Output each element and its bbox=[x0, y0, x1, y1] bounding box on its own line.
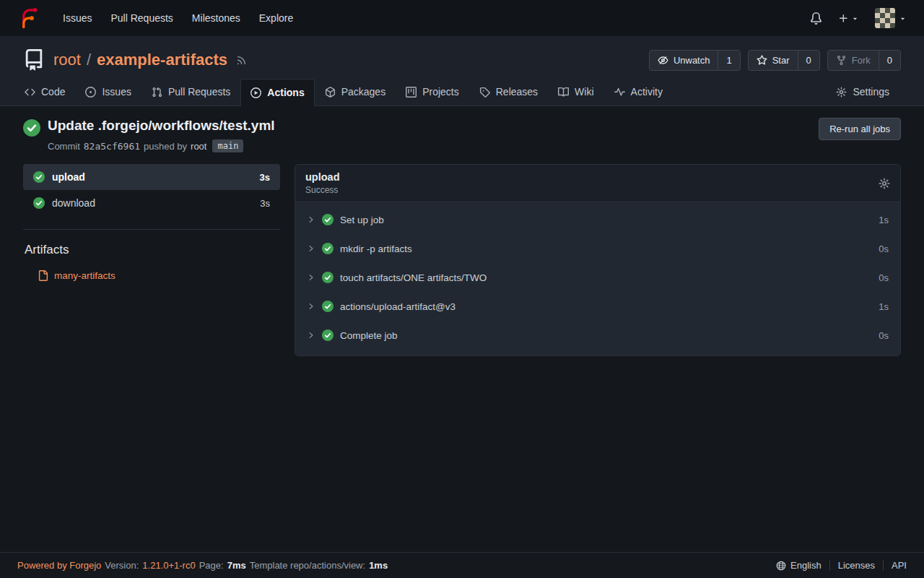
step-row[interactable]: Set up job 1s bbox=[295, 205, 900, 234]
issue-icon bbox=[85, 87, 96, 98]
tag-icon bbox=[479, 87, 490, 98]
tab-actions[interactable]: Actions bbox=[240, 79, 314, 106]
repo-icon bbox=[23, 49, 45, 71]
tab-wiki[interactable]: Wiki bbox=[548, 78, 603, 105]
fork-button[interactable]: Fork bbox=[828, 51, 879, 70]
caret-down-icon bbox=[851, 14, 859, 22]
footer-right: English Licenses API bbox=[768, 560, 907, 571]
branch-badge[interactable]: main bbox=[212, 139, 243, 152]
job-duration: 3s bbox=[260, 172, 270, 183]
user-menu-button[interactable] bbox=[875, 8, 907, 28]
actions-run-view: Update .forgejo/workflows/test.yml Commi… bbox=[0, 106, 924, 552]
repo-name-link[interactable]: example-artifacts bbox=[97, 51, 227, 69]
tab-packages[interactable]: Packages bbox=[315, 78, 396, 105]
job-duration: 3s bbox=[260, 198, 270, 209]
job-options-button[interactable] bbox=[879, 178, 890, 189]
chevron-right-icon bbox=[307, 244, 315, 253]
star-button[interactable]: Star bbox=[749, 51, 798, 70]
commit-sha-link[interactable]: 82a5cf6961 bbox=[84, 141, 140, 152]
step-name: touch artifacts/ONE artifacts/TWO bbox=[340, 272, 487, 283]
tab-actions-label: Actions bbox=[267, 87, 304, 98]
tab-projects-label: Projects bbox=[422, 86, 459, 98]
job-name: upload bbox=[52, 171, 85, 183]
tab-projects[interactable]: Projects bbox=[396, 78, 469, 105]
star-icon bbox=[757, 55, 767, 66]
code-icon bbox=[25, 87, 35, 98]
gear-icon bbox=[836, 87, 847, 98]
step-success-check-icon bbox=[322, 214, 334, 225]
book-icon bbox=[558, 87, 569, 98]
tab-issues[interactable]: Issues bbox=[75, 78, 141, 105]
repo-title: root / example-artifacts bbox=[53, 51, 227, 69]
repo-owner-link[interactable]: root bbox=[53, 51, 81, 69]
artifact-link-many-artifacts[interactable]: many-artifacts bbox=[38, 270, 280, 281]
rss-feed-button[interactable] bbox=[236, 55, 247, 66]
fork-label: Fork bbox=[852, 55, 871, 66]
create-new-button[interactable] bbox=[838, 13, 859, 24]
pusher-link[interactable]: root bbox=[191, 141, 206, 152]
licenses-link[interactable]: Licenses bbox=[829, 560, 883, 571]
sidebar-divider bbox=[23, 229, 280, 230]
unwatch-button[interactable]: Unwatch bbox=[650, 51, 718, 70]
nav-milestones[interactable]: Milestones bbox=[183, 7, 250, 30]
forks-count[interactable]: 0 bbox=[879, 51, 900, 70]
job-detail-titles: upload Success bbox=[305, 171, 340, 195]
step-success-check-icon bbox=[322, 301, 334, 312]
tab-pull-requests[interactable]: Pull Requests bbox=[141, 78, 240, 105]
main-nav: Issues Pull Requests Milestones Explore bbox=[53, 7, 302, 30]
job-success-check-icon bbox=[33, 197, 45, 209]
artifact-name: many-artifacts bbox=[54, 270, 116, 281]
bell-icon bbox=[810, 12, 822, 25]
nav-explore[interactable]: Explore bbox=[250, 7, 302, 30]
step-success-check-icon bbox=[322, 272, 334, 283]
steps-list: Set up job 1s mkdir -p artifacts 0s touc… bbox=[295, 202, 900, 355]
forgejo-logo[interactable] bbox=[17, 7, 39, 29]
commit-line: Commit 82a5cf6961 pushed by root main bbox=[48, 139, 275, 152]
nav-issues[interactable]: Issues bbox=[53, 7, 101, 30]
tab-releases[interactable]: Releases bbox=[469, 78, 548, 105]
repo-actions: Unwatch 1 Star 0 Fork 0 bbox=[649, 50, 901, 71]
notifications-button[interactable] bbox=[810, 12, 822, 25]
api-link[interactable]: API bbox=[883, 560, 907, 571]
version-link[interactable]: 1.21.0+1-rc0 bbox=[142, 560, 195, 571]
step-row[interactable]: Complete job 0s bbox=[295, 321, 900, 350]
top-navbar: Issues Pull Requests Milestones Explore bbox=[0, 0, 924, 36]
job-success-check-icon bbox=[33, 171, 45, 183]
eye-off-icon bbox=[658, 55, 668, 66]
pulse-icon bbox=[614, 87, 625, 98]
job-name: download bbox=[52, 197, 95, 209]
rerun-all-jobs-button[interactable]: Re-run all jobs bbox=[819, 118, 901, 140]
artifacts-heading: Artifacts bbox=[25, 243, 280, 257]
tab-activity[interactable]: Activity bbox=[604, 78, 673, 105]
job-item-upload[interactable]: upload 3s bbox=[23, 164, 280, 190]
tab-wiki-label: Wiki bbox=[575, 86, 593, 98]
step-duration: 1s bbox=[879, 215, 889, 225]
job-detail-name: upload bbox=[305, 171, 340, 183]
step-row[interactable]: touch artifacts/ONE artifacts/TWO 0s bbox=[295, 263, 900, 292]
tab-releases-label: Releases bbox=[496, 86, 538, 98]
commit-label: Commit bbox=[48, 141, 80, 152]
fork-icon bbox=[836, 55, 847, 66]
job-item-download[interactable]: download 3s bbox=[23, 190, 280, 216]
user-avatar bbox=[875, 8, 895, 28]
tab-code[interactable]: Code bbox=[14, 78, 75, 105]
job-sidebar: upload 3s download 3s Artifacts many-art… bbox=[23, 164, 280, 281]
tab-settings[interactable]: Settings bbox=[826, 78, 899, 105]
step-name: mkdir -p artifacts bbox=[340, 243, 412, 254]
watchers-count[interactable]: 1 bbox=[718, 51, 739, 70]
step-success-check-icon bbox=[322, 329, 334, 341]
stars-count[interactable]: 0 bbox=[798, 51, 819, 70]
template-time-value: 1ms bbox=[369, 560, 388, 571]
language-selector[interactable]: English bbox=[768, 560, 829, 571]
step-row[interactable]: mkdir -p artifacts 0s bbox=[295, 234, 900, 263]
nav-pull-requests[interactable]: Pull Requests bbox=[101, 7, 182, 30]
run-body: upload 3s download 3s Artifacts many-art… bbox=[23, 164, 901, 356]
step-duration: 0s bbox=[879, 272, 889, 283]
step-duration: 0s bbox=[879, 243, 889, 254]
chevron-right-icon bbox=[307, 302, 315, 311]
caret-down-icon bbox=[899, 14, 907, 22]
powered-by-link[interactable]: Powered by Forgejo bbox=[17, 560, 101, 571]
page-time-value: 7ms bbox=[227, 560, 246, 571]
step-row[interactable]: actions/upload-artifact@v3 1s bbox=[295, 292, 900, 321]
step-duration: 1s bbox=[879, 301, 889, 312]
